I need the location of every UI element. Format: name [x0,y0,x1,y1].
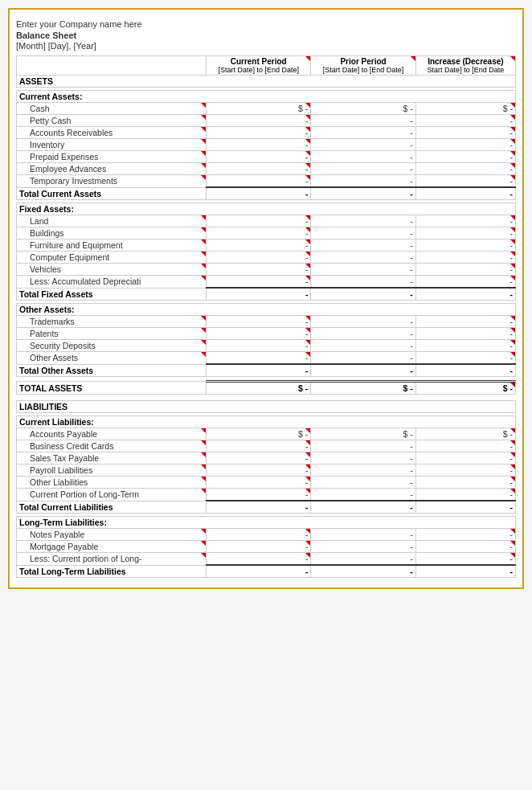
change-employee_advances[interactable]: - [415,163,515,175]
change-other_liabilities[interactable]: - [415,477,515,489]
prior-accumulated_depreciation[interactable]: - [311,276,415,289]
data-row-trademarks: Trademarks - - - [17,316,516,328]
change-inventory[interactable]: - [415,139,515,151]
prior-current_portion_longterm[interactable]: - [311,489,415,501]
current-accumulated_depreciation[interactable]: - [206,276,310,289]
change-accumulated_depreciation[interactable]: - [415,276,515,289]
current-less_current_portion[interactable]: - [206,553,310,566]
current-furniture_equipment[interactable]: - [206,239,310,252]
current-employee_advances[interactable]: - [206,163,310,175]
prior-other_assets[interactable]: - [311,352,415,365]
current-prepaid_expenses[interactable]: - [206,151,310,163]
current-mortgage_payable[interactable]: - [206,541,310,553]
current-trademarks[interactable]: - [206,316,310,328]
label-furniture_equipment: Furniture and Equipment [17,239,207,252]
current-buildings[interactable]: - [206,227,310,239]
prior-furniture_equipment[interactable]: - [311,239,415,252]
current-inventory[interactable]: - [206,139,310,151]
change-less_current_portion[interactable]: - [415,553,515,566]
current-current_portion_longterm[interactable]: - [206,489,310,501]
label-prepaid_expenses: Prepaid Expenses [17,151,207,163]
sheet-title: Balance Sheet [16,31,516,40]
prior-vehicles[interactable]: - [311,264,415,276]
current-patents[interactable]: - [206,328,310,340]
label-land: Land [17,215,207,227]
sheet-date[interactable]: [Month] [Day], [Year] [16,41,516,51]
current-computer_equipment[interactable]: - [206,252,310,264]
column-header-row: Current Period [Start Date] to [End Date… [17,56,516,76]
current-other_assets[interactable]: - [206,352,310,365]
current-petty_cash[interactable]: - [206,115,310,127]
current-land[interactable]: - [206,215,310,227]
prior-other_liabilities[interactable]: - [311,477,415,489]
current-other_liabilities[interactable]: - [206,477,310,489]
prior-security_deposits[interactable]: - [311,340,415,352]
data-row-accounts_payable: Accounts Payable $ - $ - $ - [17,428,516,440]
label-vehicles: Vehicles [17,264,207,276]
change-temporary_investments[interactable]: - [415,175,515,188]
change-vehicles[interactable]: - [415,264,515,276]
label-business_credit_cards: Business Credit Cards [17,440,207,452]
current-notes_payable[interactable]: - [206,529,310,541]
change-buildings[interactable]: - [415,227,515,239]
current-business_credit_cards[interactable]: - [206,440,310,452]
change-patents[interactable]: - [415,328,515,340]
prior-patents[interactable]: - [311,328,415,340]
change-accounts_payable[interactable]: $ - [415,428,515,440]
current-vehicles[interactable]: - [206,264,310,276]
prior-less_current_portion[interactable]: - [311,553,415,566]
change-notes_payable[interactable]: - [415,529,515,541]
prior-accounts_receivables[interactable]: - [311,127,415,139]
change-sales_tax_payable[interactable]: - [415,452,515,465]
company-name[interactable]: Enter your Company name here [16,19,516,29]
label-accounts_payable: Accounts Payable [17,428,207,440]
change-prepaid_expenses[interactable]: - [415,151,515,163]
current-accounts_payable[interactable]: $ - [206,428,310,440]
data-row-sales_tax_payable: Sales Tax Payable - - - [17,452,516,465]
data-row-notes_payable: Notes Payable - - - [17,529,516,541]
change-computer_equipment[interactable]: - [415,252,515,264]
prior-payroll_liabilities[interactable]: - [311,465,415,477]
prior-business_credit_cards[interactable]: - [311,440,415,452]
change-payroll_liabilities[interactable]: - [415,465,515,477]
data-row-computer_equipment: Computer Equipment - - - [17,252,516,264]
prior-employee_advances[interactable]: - [311,163,415,175]
label-security_deposits: Security Deposits [17,340,207,352]
current-cash[interactable]: $ - [206,103,310,115]
prior-computer_equipment[interactable]: - [311,252,415,264]
prior-cash[interactable]: $ - [311,103,415,115]
prior-petty_cash[interactable]: - [311,115,415,127]
current-payroll_liabilities[interactable]: - [206,465,310,477]
prior-notes_payable[interactable]: - [311,529,415,541]
prior-accounts_payable[interactable]: $ - [311,428,415,440]
total-current-total_longterm_liabilities: - [206,565,310,578]
change-land[interactable]: - [415,215,515,227]
current-sales_tax_payable[interactable]: - [206,452,310,465]
change-furniture_equipment[interactable]: - [415,239,515,252]
prior-temporary_investments[interactable]: - [311,175,415,188]
prior-mortgage_payable[interactable]: - [311,541,415,553]
change-mortgage_payable[interactable]: - [415,541,515,553]
change-cash[interactable]: $ - [415,103,515,115]
prior-prepaid_expenses[interactable]: - [311,151,415,163]
data-row-prepaid_expenses: Prepaid Expenses - - - [17,151,516,163]
change-other_assets[interactable]: - [415,352,515,365]
prior-sales_tax_payable[interactable]: - [311,452,415,465]
label-other_assets: Other Assets [17,352,207,365]
label-other_liabilities: Other Liabilities [17,477,207,489]
change-current_portion_longterm[interactable]: - [415,489,515,501]
total-row-total_fixed_assets: Total Fixed Assets - - - [17,288,516,301]
change-accounts_receivables[interactable]: - [415,127,515,139]
change-trademarks[interactable]: - [415,316,515,328]
current-accounts_receivables[interactable]: - [206,127,310,139]
current-temporary_investments[interactable]: - [206,175,310,188]
prior-buildings[interactable]: - [311,227,415,239]
prior-inventory[interactable]: - [311,139,415,151]
change-petty_cash[interactable]: - [415,115,515,127]
change-business_credit_cards[interactable]: - [415,440,515,452]
prior-land[interactable]: - [311,215,415,227]
current-security_deposits[interactable]: - [206,340,310,352]
prior-trademarks[interactable]: - [311,316,415,328]
change-security_deposits[interactable]: - [415,340,515,352]
label-payroll_liabilities: Payroll Liabilities [17,465,207,477]
